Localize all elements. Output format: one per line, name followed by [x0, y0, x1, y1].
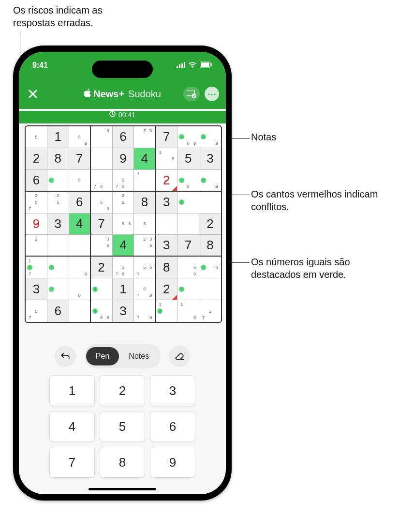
cell-7-2[interactable]: 4	[47, 257, 69, 278]
cell-5-3[interactable]: 4	[69, 213, 91, 235]
cell-8-1[interactable]: 3	[26, 278, 47, 300]
cell-3-8[interactable]: 48	[177, 170, 199, 192]
cell-notes: 489	[92, 301, 111, 321]
keypad-7[interactable]: 7	[49, 447, 95, 478]
keypad-9[interactable]: 9	[150, 447, 195, 478]
cell-1-4[interactable]: 3	[91, 126, 113, 148]
cell-9-4[interactable]: 489	[91, 300, 113, 322]
cell-7-3[interactable]: 9	[69, 257, 91, 278]
cell-7-5[interactable]: 578	[113, 257, 134, 278]
cell-4-3[interactable]: 6	[69, 192, 91, 213]
cell-3-7[interactable]: 2	[156, 170, 177, 192]
cell-2-9[interactable]: 3	[199, 148, 221, 170]
cell-4-6[interactable]: 8	[134, 192, 156, 213]
cell-7-9[interactable]: 46	[199, 257, 221, 278]
cell-2-5[interactable]: 9	[113, 148, 134, 170]
cell-5-7[interactable]	[156, 213, 177, 235]
cell-2-7[interactable]: 16	[156, 148, 177, 170]
cell-4-8[interactable]: 4	[177, 192, 199, 213]
cell-4-4[interactable]: 59	[91, 192, 113, 213]
cell-9-7[interactable]: 14	[156, 300, 177, 322]
cell-8-3[interactable]: 8	[69, 278, 91, 300]
cell-8-5[interactable]: 1	[113, 278, 134, 300]
cell-4-1[interactable]: 257	[26, 192, 47, 213]
cell-3-2[interactable]: 4	[47, 170, 69, 192]
cell-6-1[interactable]: 2	[26, 235, 47, 257]
cell-6-5[interactable]: 4	[113, 235, 134, 257]
cell-3-4[interactable]: 78	[91, 170, 113, 192]
cell-6-9[interactable]: 8	[199, 235, 221, 257]
cell-5-4[interactable]: 7	[91, 213, 113, 235]
cell-2-4[interactable]	[91, 148, 113, 170]
sudoku-grid[interactable]: 5159362374894928794165364578578124849257…	[25, 125, 222, 323]
cell-1-2[interactable]: 1	[47, 126, 69, 148]
cell-2-1[interactable]: 2	[26, 148, 47, 170]
keypad-2[interactable]: 2	[100, 375, 145, 406]
cell-8-4[interactable]: 4	[91, 278, 113, 300]
cell-7-8[interactable]: 69	[177, 257, 199, 278]
cell-5-5[interactable]: 56	[113, 213, 134, 235]
cell-1-1[interactable]: 5	[26, 126, 47, 148]
cell-2-2[interactable]: 8	[47, 148, 69, 170]
keypad-6[interactable]: 6	[150, 411, 195, 442]
cell-2-3[interactable]: 7	[69, 148, 91, 170]
cell-4-5[interactable]: 25	[113, 192, 134, 213]
cell-9-8[interactable]: 19	[177, 300, 199, 322]
cell-9-5[interactable]: 3	[113, 300, 134, 322]
cell-5-8[interactable]	[177, 213, 199, 235]
cell-9-9[interactable]: 57	[199, 300, 221, 322]
more-button[interactable]: ⋯	[205, 87, 219, 101]
cell-1-6[interactable]: 23	[134, 126, 156, 148]
keypad-4[interactable]: 4	[49, 411, 95, 442]
cell-8-6[interactable]: 579	[134, 278, 156, 300]
cell-6-8[interactable]: 7	[177, 235, 199, 257]
keypad-3[interactable]: 3	[150, 375, 195, 406]
cell-3-5[interactable]: 578	[113, 170, 134, 192]
keypad-8[interactable]: 8	[100, 447, 145, 478]
cell-1-9[interactable]: 49	[199, 126, 221, 148]
cell-6-7[interactable]: 3	[156, 235, 177, 257]
cell-9-1[interactable]: 57	[26, 300, 47, 322]
cell-1-5[interactable]: 6	[113, 126, 134, 148]
cell-8-7[interactable]: 2	[156, 278, 177, 300]
cell-8-8[interactable]: 4	[177, 278, 199, 300]
cell-1-3[interactable]: 59	[69, 126, 91, 148]
cell-3-6[interactable]: 1	[134, 170, 156, 192]
screen-check-button[interactable]	[183, 87, 200, 101]
cell-3-3[interactable]: 5	[69, 170, 91, 192]
cell-9-6[interactable]: 79	[134, 300, 156, 322]
cell-1-8[interactable]: 489	[177, 126, 199, 148]
cell-6-4[interactable]: 36	[91, 235, 113, 257]
cell-9-3[interactable]	[69, 300, 91, 322]
signal-icon	[177, 61, 185, 70]
cell-3-9[interactable]: 49	[199, 170, 221, 192]
cell-4-2[interactable]: 25	[47, 192, 69, 213]
cell-3-1[interactable]: 6	[26, 170, 47, 192]
cell-6-3[interactable]	[69, 235, 91, 257]
cell-8-9[interactable]	[199, 278, 221, 300]
undo-button[interactable]	[55, 346, 76, 367]
cell-6-6[interactable]: 236	[134, 235, 156, 257]
cell-6-2[interactable]	[47, 235, 69, 257]
erase-button[interactable]	[169, 346, 190, 367]
cell-2-8[interactable]: 5	[177, 148, 199, 170]
keypad-1[interactable]: 1	[49, 375, 95, 406]
cell-5-9[interactable]: 2	[199, 213, 221, 235]
cell-8-2[interactable]: 4	[47, 278, 69, 300]
cell-1-7[interactable]: 7	[156, 126, 177, 148]
close-button[interactable]	[26, 87, 40, 101]
cell-9-2[interactable]: 6	[47, 300, 69, 322]
cell-4-9[interactable]	[199, 192, 221, 213]
cell-7-1[interactable]: 147	[26, 257, 47, 278]
pen-mode-button[interactable]: Pen	[86, 347, 119, 365]
cell-4-7[interactable]: 3	[156, 192, 177, 213]
cell-2-6[interactable]: 4	[134, 148, 156, 170]
cell-5-6[interactable]: 5	[134, 213, 156, 235]
keypad-5[interactable]: 5	[100, 411, 145, 442]
notes-mode-button[interactable]: Notes	[119, 347, 159, 365]
cell-5-2[interactable]: 3	[47, 213, 69, 235]
cell-7-7[interactable]: 8	[156, 257, 177, 278]
cell-7-6[interactable]: 567	[134, 257, 156, 278]
cell-5-1[interactable]: 9	[26, 213, 47, 235]
cell-7-4[interactable]: 2	[91, 257, 113, 278]
